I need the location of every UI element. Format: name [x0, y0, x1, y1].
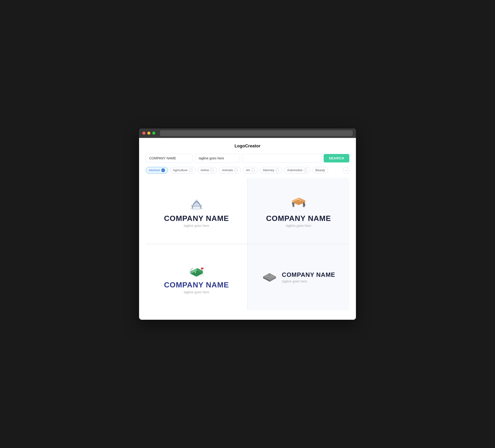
filter-label-beauty: Beauty [315, 168, 325, 172]
svg-rect-26 [201, 268, 203, 269]
check-icon-animals: ✓ [234, 168, 238, 172]
logo-2-company: COMPANY NAME [266, 214, 331, 223]
check-icon-agriculture: ✓ [189, 168, 192, 172]
road-table-icon [289, 194, 308, 210]
logo-4-text: COMPANY NAME tagline goes here [282, 271, 335, 283]
check-icon-abstract: ✓ [161, 168, 165, 172]
filter-label-attorney: Attorney [263, 168, 274, 172]
filter-next-arrow[interactable]: → [343, 167, 349, 174]
filter-chip-animals[interactable]: Animals ✓ [219, 167, 241, 174]
filter-chip-abstract[interactable]: Abstract ✓ [146, 167, 168, 174]
close-button[interactable] [142, 132, 145, 135]
minimize-button[interactable] [147, 132, 150, 135]
filter-label-automotive: Automotive [287, 168, 302, 172]
app-title: LogoCreator [146, 144, 349, 149]
browser-window: LogoCreator SEARCH Abstract ✓ Agricultur… [139, 128, 356, 320]
check-icon-airline: ✓ [210, 168, 214, 172]
svg-rect-8 [192, 205, 193, 209]
filter-label-art: Art [246, 168, 250, 172]
logo-1-text: COMPANY NAME tagline goes here [164, 214, 229, 227]
filter-chip-automotive[interactable]: Automotive ✓ [284, 167, 310, 174]
search-bar: SEARCH [146, 154, 349, 163]
highway-icon [262, 270, 277, 284]
tagline-input[interactable] [195, 154, 240, 163]
logo-card-4[interactable]: COMPANY NAME tagline goes here [248, 244, 349, 310]
filter-chip-art[interactable]: Art ✓ [243, 167, 258, 174]
svg-rect-11 [200, 205, 202, 206]
logo-3-text: COMPANY NAME tagline goes here [164, 280, 229, 294]
app-content: LogoCreator SEARCH Abstract ✓ Agricultur… [139, 138, 356, 320]
logo-grid: COMPANY NAME tagline goes here [146, 178, 349, 310]
filter-label-abstract: Abstract [149, 168, 160, 172]
keyword-input[interactable] [242, 154, 321, 163]
company-name-input[interactable] [146, 154, 193, 163]
svg-line-4 [196, 200, 196, 205]
logo-4-company: COMPANY NAME [282, 271, 335, 279]
search-button[interactable]: SEARCH [324, 154, 349, 162]
check-icon-art: ✓ [251, 168, 255, 172]
maximize-button[interactable] [152, 132, 155, 135]
svg-rect-9 [200, 205, 201, 209]
filter-chip-attorney[interactable]: Attorney ✓ [260, 167, 282, 174]
check-icon-automotive: ✓ [303, 168, 307, 172]
filter-label-animals: Animals [222, 168, 233, 172]
logo-card-2[interactable]: COMPANY NAME tagline goes here [248, 178, 349, 244]
ramp-icon [187, 260, 206, 277]
logo-3-company: COMPANY NAME [164, 280, 229, 289]
filter-label-agriculture: Agriculture [173, 168, 188, 172]
filter-label-airline: Airline [201, 168, 209, 172]
filter-chip-airline[interactable]: Airline ✓ [197, 167, 217, 174]
url-bar[interactable] [160, 130, 353, 136]
check-icon-attorney: ✓ [275, 168, 279, 172]
logo-2-tagline: tagline goes here [266, 224, 331, 227]
logo-1-tagline: tagline goes here [164, 224, 229, 227]
bridge-icon [187, 194, 206, 210]
logo-2-text: COMPANY NAME tagline goes here [266, 214, 331, 227]
svg-rect-27 [202, 269, 202, 271]
filter-bar: Abstract ✓ Agriculture ✓ Airline ✓ Anima… [146, 167, 349, 174]
logo-card-1[interactable]: COMPANY NAME tagline goes here [146, 178, 247, 244]
browser-titlebar [139, 128, 356, 138]
filter-chip-agriculture[interactable]: Agriculture ✓ [170, 167, 196, 174]
filter-chip-beauty[interactable]: Beauty [312, 167, 328, 173]
svg-rect-10 [192, 205, 193, 206]
logo-1-company: COMPANY NAME [164, 214, 229, 223]
logo-3-tagline: tagline goes here [164, 290, 229, 294]
logo-4-tagline: tagline goes here [282, 280, 335, 283]
logo-card-3[interactable]: COMPANY NAME tagline goes here [146, 244, 247, 310]
